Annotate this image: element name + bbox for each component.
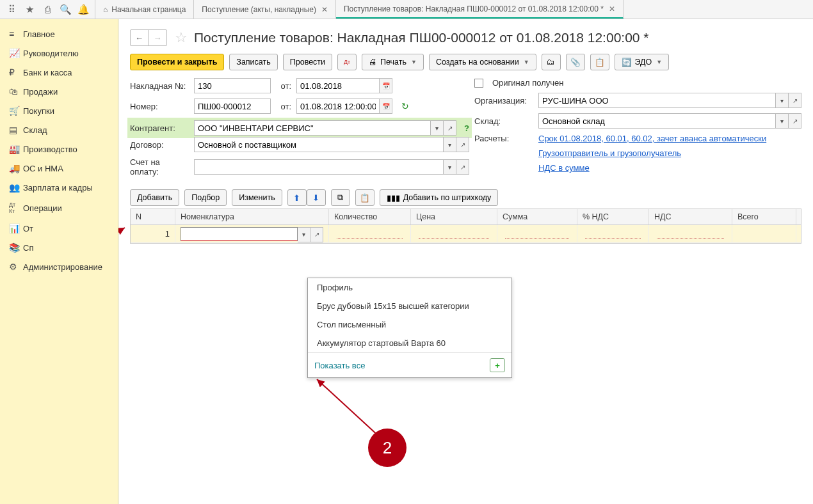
original-received-label: Оригинал получен: [492, 78, 563, 88]
registry-button[interactable]: 📋: [590, 54, 609, 70]
dropdown-item[interactable]: Аккумулятор стартовый Варта 60: [308, 334, 511, 352]
nav-back-button[interactable]: ←: [131, 30, 149, 45]
open-ref-icon[interactable]: ↗: [456, 137, 469, 152]
dtkt-icon: ДтКт: [9, 201, 23, 214]
create-based-button[interactable]: Создать на основании▼: [429, 54, 536, 70]
paste-button[interactable]: 📋: [355, 189, 374, 206]
sidebar-item-sales[interactable]: 🛍Продажи: [0, 82, 118, 101]
sidebar-label: Покупки: [23, 106, 54, 116]
sidebar-item-reports[interactable]: 📊От: [0, 219, 118, 238]
sidebar-item-production[interactable]: 🏭Производство: [0, 139, 118, 159]
invoice-no-input[interactable]: [194, 78, 271, 93]
sidebar-item-warehouse[interactable]: ▤Склад: [0, 120, 118, 139]
open-ref-icon[interactable]: ↗: [789, 113, 801, 129]
print-button[interactable]: 🖨Печать▼: [362, 54, 424, 70]
cell-nomenclature[interactable]: ▾ ↗: [175, 225, 329, 242]
show-all-link[interactable]: Показать все: [314, 361, 365, 370]
save-button[interactable]: Записать: [229, 54, 277, 70]
move-up-button[interactable]: ⬆: [287, 189, 307, 206]
tab-close-icon[interactable]: ✕: [609, 4, 615, 13]
cell-total[interactable]: [732, 225, 796, 242]
col-total: Всего: [732, 209, 796, 224]
sidebar-item-hr[interactable]: 👥Зарплата и кадры: [0, 178, 118, 197]
sidebar-item-bank[interactable]: ₽Банк и касса: [0, 63, 118, 82]
sidebar-item-operations[interactable]: ДтКтОперации: [0, 197, 118, 219]
dropdown-icon[interactable]: ▾: [776, 113, 789, 129]
sidebar-item-assets[interactable]: 🚚ОС и НМА: [0, 159, 118, 178]
invoice-no-label: Накладная №:: [130, 81, 189, 91]
copy-button[interactable]: ⧉: [331, 189, 350, 206]
vat-link[interactable]: НДС в сумме: [538, 163, 590, 173]
change-button[interactable]: Изменить: [232, 189, 282, 206]
tab-document[interactable]: Поступление товаров: Накладная ПШ00-0000…: [336, 0, 624, 19]
sidebar-item-purchases[interactable]: 🛒Покупки: [0, 101, 118, 120]
bell-icon[interactable]: 🔔: [74, 1, 92, 19]
bill-input[interactable]: [194, 159, 444, 175]
sidebar-item-main[interactable]: ≡Главное: [0, 24, 118, 43]
open-ref-icon[interactable]: ↗: [456, 159, 469, 175]
open-ref-icon[interactable]: ↗: [444, 120, 456, 136]
move-down-button[interactable]: ⬇: [307, 189, 326, 206]
dropdown-icon[interactable]: ▾: [444, 159, 456, 175]
add-row-button[interactable]: Добавить: [130, 189, 179, 206]
cell-price[interactable]: [411, 225, 497, 242]
dropdown-icon[interactable]: ▾: [431, 120, 444, 136]
toolbar-icon-group: ⠿ ★ ⎙ 🔍 🔔: [0, 0, 95, 19]
cell-vatp[interactable]: [577, 225, 649, 242]
contract-label: Договор:: [130, 140, 189, 150]
invoice-date-input[interactable]: [296, 78, 380, 93]
org-input[interactable]: [538, 93, 776, 108]
shipper-link[interactable]: Грузоотправитель и грузополучатель: [538, 148, 681, 158]
cell-qty[interactable]: [329, 225, 411, 242]
add-by-barcode-button[interactable]: ▮▮▮Добавить по штрихкоду: [380, 189, 499, 206]
tab-close-icon[interactable]: ✕: [321, 5, 328, 14]
col-sum: Сумма: [497, 209, 577, 224]
apps-icon[interactable]: ⠿: [3, 1, 20, 19]
refresh-icon[interactable]: ↻: [401, 101, 409, 111]
favorite-star-icon[interactable]: ☆: [175, 29, 188, 46]
svg-line-0: [118, 228, 125, 262]
attach-button[interactable]: 📎: [566, 54, 585, 70]
calc-link[interactable]: Срок 01.08.2018, 60.01, 60.02, зачет ава…: [538, 134, 766, 143]
nav-forward-button[interactable]: →: [149, 30, 166, 45]
warehouse-input[interactable]: [538, 113, 776, 129]
structure-button[interactable]: 🗂: [542, 54, 561, 70]
calendar-icon[interactable]: 📅: [380, 98, 392, 114]
clipboard-icon[interactable]: ⎙: [38, 1, 56, 19]
dropdown-icon[interactable]: ▾: [776, 93, 789, 108]
dropdown-icon[interactable]: ▾: [444, 137, 456, 152]
open-ref-icon[interactable]: ↗: [789, 93, 801, 108]
sidebar-item-admin[interactable]: ⚙Администрирование: [0, 257, 118, 276]
add-new-button[interactable]: +: [490, 358, 505, 372]
number-date-input[interactable]: [296, 98, 380, 114]
dropdown-item[interactable]: Стол письменный: [308, 315, 511, 334]
sidebar-item-reference[interactable]: 📚Сп: [0, 238, 118, 257]
post-and-close-button[interactable]: Провести и закрыть: [130, 54, 224, 70]
number-input[interactable]: [194, 98, 271, 114]
tab-home[interactable]: ⌂ Начальная страница: [95, 0, 194, 19]
edo-button[interactable]: 🔄ЭДО▼: [615, 54, 670, 70]
search-icon[interactable]: 🔍: [56, 1, 74, 19]
menu-icon: ≡: [9, 29, 23, 39]
pick-button[interactable]: Подбор: [184, 189, 227, 206]
cell-sum[interactable]: [497, 225, 577, 242]
sidebar-item-manager[interactable]: 📈Руководителю: [0, 43, 118, 63]
date-label: от:: [276, 102, 291, 111]
cell-vat[interactable]: [649, 225, 732, 242]
warehouse-label: Склад:: [474, 116, 533, 126]
star-icon[interactable]: ★: [20, 1, 38, 19]
post-button[interactable]: Провести: [283, 54, 332, 70]
original-received-checkbox[interactable]: [474, 79, 483, 88]
help-icon[interactable]: ?: [464, 123, 469, 133]
contract-input[interactable]: [194, 137, 444, 152]
table-row[interactable]: 1 ▾ ↗: [131, 225, 801, 243]
tab-receipts[interactable]: Поступление (акты, накладные) ✕: [194, 0, 336, 19]
dropdown-icon[interactable]: ▾: [298, 227, 310, 242]
dtkt-button[interactable]: Дт: [337, 54, 357, 70]
counterparty-input[interactable]: [194, 120, 431, 136]
open-ref-icon[interactable]: ↗: [310, 227, 323, 242]
nomenclature-input[interactable]: [181, 227, 298, 241]
dropdown-item[interactable]: Профиль: [308, 278, 511, 297]
dropdown-item[interactable]: Брус дубовый 15х15 высшей категории: [308, 297, 511, 315]
calendar-icon[interactable]: 📅: [380, 78, 392, 93]
